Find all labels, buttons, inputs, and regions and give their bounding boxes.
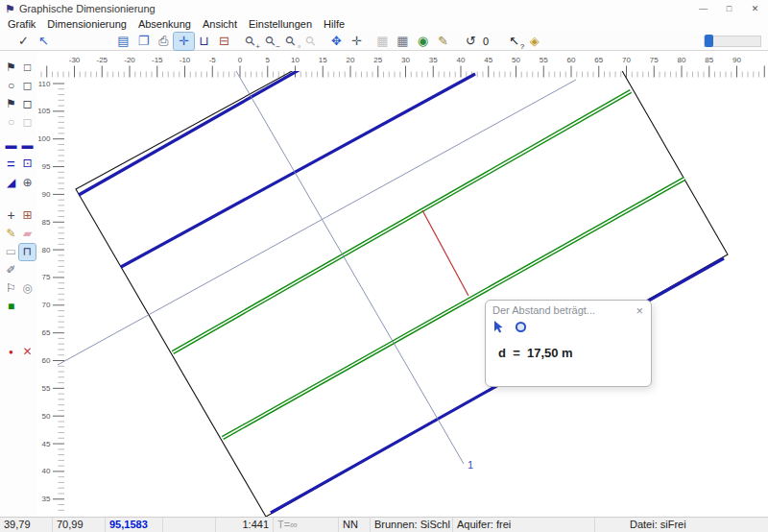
zoom-window-icon[interactable]: ⚲▫ [280,33,300,50]
toolbar: ✓↖▤❐⎙✛⊔⊟⚲+⚲−⚲▫⚲✥✛▦▦◉✎↺0↖?◈ [0,32,768,51]
menu-dimensionierung[interactable]: Dimensionierung [41,17,132,32]
svg-text:110: 110 [38,80,51,88]
menu-hilfe[interactable]: Hilfe [318,17,350,32]
status-bar: 39,7970,9995,15831:441T=∞NNBrunnen: SiSc… [0,517,768,532]
double-line-tool-icon[interactable]: = [3,156,19,172]
center-view-icon[interactable]: ✛ [347,33,367,50]
point-red-icon[interactable]: ● [3,344,19,360]
sidebar-row: ✐ [3,262,36,278]
sidebar-row: ⚐◎ [3,280,36,297]
menu-ansicht[interactable]: Ansicht [197,17,243,32]
select-cursor-icon[interactable]: ↖ [34,33,54,50]
zoom-slider-thumb[interactable] [705,35,713,47]
line-tool-icon[interactable]: ▬ [3,137,19,154]
sidebar-row: ■ [3,299,36,315]
svg-text:45: 45 [42,440,51,448]
minimize-button[interactable]: — [690,0,716,17]
project-info-icon[interactable]: ◈ [524,33,544,50]
grid-lines-icon[interactable]: ▦ [393,33,413,50]
well-polygon-icon[interactable]: ◻ [19,78,36,94]
delete-red-icon[interactable]: ✕ [19,344,36,360]
menu-grafik[interactable]: Grafik [2,17,41,32]
zoom-out-icon[interactable]: ⚲− [260,33,280,50]
pipette-icon[interactable]: ✐ [3,262,19,278]
popup-cursor-icon[interactable] [493,321,505,333]
slope-tool-icon[interactable]: ◢ [3,175,19,191]
sidebar-row: ◢⊕ [3,175,36,191]
status-datum: NN [339,518,371,532]
svg-text:90: 90 [42,190,51,199]
drawing-layer: 1 [58,52,728,517]
sidebar-empty [19,262,36,278]
export-icon[interactable]: ❐ [133,33,154,50]
svg-text:-30: -30 [69,56,81,64]
zoom-in-icon[interactable]: ⚲+ [240,33,260,50]
axis-cross-perp [236,71,464,464]
corner-flag-icon[interactable]: ⚐ [3,280,19,297]
sidebar-row: ▭⊓ [3,244,36,260]
distance-popup-header: Der Abstand beträgt... × [486,301,651,316]
toolbar-icons: ✓↖▤❐⎙✛⊔⊟⚲+⚲−⚲▫⚲✥✛▦▦◉✎↺0↖?◈ [13,33,544,50]
add-point-icon[interactable]: + [3,207,19,224]
well-rect-icon[interactable]: □ [19,60,36,76]
svg-text:75: 75 [42,273,51,281]
svg-text:55: 55 [540,56,548,64]
green-layer-icon[interactable]: ■ [3,299,19,315]
small-rect-icon[interactable]: ▭ [3,244,19,260]
spiral-icon[interactable]: ◎ [19,280,36,297]
circle-disabled-icon[interactable]: ○ [3,114,19,131]
context-help-icon[interactable]: ↖? [504,33,524,50]
grid-points-icon[interactable]: ▦ [372,33,393,50]
sidebar-row: ⚑□ [3,60,36,76]
svg-text:15: 15 [319,56,327,64]
rect-disabled-icon[interactable]: ◻ [19,114,36,131]
save-icon[interactable]: ▤ [113,33,133,50]
maximize-button[interactable]: □ [716,0,742,17]
axis-number-label: 1 [468,459,473,471]
field-boundary [76,52,728,517]
svg-text:95: 95 [42,162,51,171]
popup-close-icon[interactable]: × [636,305,643,316]
pan-icon[interactable]: ✥ [326,33,347,50]
svg-text:-10: -10 [180,56,191,64]
svg-text:85: 85 [42,218,51,227]
edit-pencil-icon[interactable]: ✎ [3,226,19,242]
sidebar-empty [19,299,36,315]
sidebar-row: ⚑◻ [3,96,36,112]
line-mid-tool-icon[interactable]: ⊡ [19,156,36,172]
window-title: Graphische Dimensionierung [19,3,156,14]
apply-icon[interactable]: ✓ [13,33,34,50]
target-grid-icon[interactable]: ⊕ [19,175,36,191]
zoom-slider[interactable] [704,36,761,47]
section-table-icon[interactable]: ⊟ [214,33,234,50]
app-window: ⚑ Graphische Dimensionierung —□✕ GrafikD… [0,0,768,532]
annotate-icon[interactable]: ✎ [433,33,453,50]
close-button[interactable]: ✕ [742,0,768,17]
drawing-svg[interactable]: -30-25-20-15-10-505101520253035404550556… [36,52,768,517]
marker-rect-icon[interactable]: ◻ [19,96,36,112]
sidebar-row: =⊡ [3,156,36,172]
map-layer-icon[interactable]: ◉ [413,33,433,50]
menu-einstellungen[interactable]: Einstellungen [243,17,318,32]
well-single-icon[interactable]: ⚑ [3,60,19,76]
marker-flag-icon[interactable]: ⚑ [3,96,19,112]
well-circle-icon[interactable]: ○ [3,78,19,94]
popup-help-icon[interactable] [515,321,527,333]
menu-absenkung[interactable]: Absenkung [132,17,197,32]
rotate-view-icon[interactable]: ↺ [461,33,481,50]
window-controls: —□✕ [690,0,768,17]
svg-text:60: 60 [567,56,576,64]
flag-rect-icon[interactable]: ⊞ [19,207,36,224]
distance-table-icon[interactable]: ⊓ [19,244,36,260]
svg-text:105: 105 [37,107,51,115]
svg-text:20: 20 [347,56,355,64]
eraser-icon[interactable]: ▰ [19,226,36,242]
line-tool-2-icon[interactable]: ▬ [19,137,36,154]
status-time: T=∞ [274,518,339,532]
drawing-canvas[interactable]: -30-25-20-15-10-505101520253035404550556… [36,52,768,517]
move-measure-icon[interactable]: ✛ [174,33,194,50]
svg-text:35: 35 [42,495,51,503]
print-icon[interactable]: ⎙ [154,33,174,50]
profile-icon[interactable]: ⊔ [194,33,214,50]
toolbar-separator [54,33,113,50]
